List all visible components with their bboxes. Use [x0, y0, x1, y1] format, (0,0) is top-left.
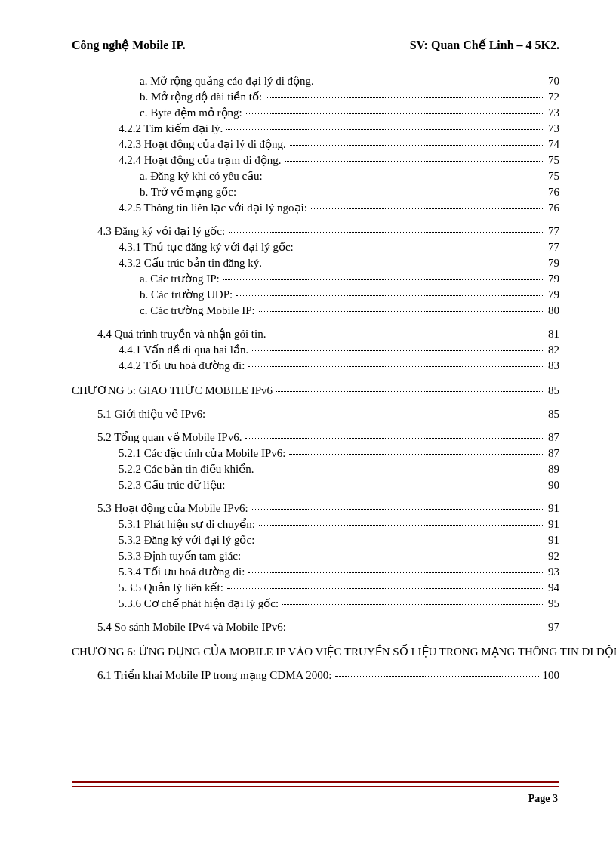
toc-leader-dots — [209, 415, 544, 415]
toc-leader-dots — [318, 82, 544, 82]
toc-entry: a. Các trường IP:79 — [140, 273, 559, 285]
toc-page-number: 72 — [547, 91, 559, 103]
toc-leader-dots — [276, 391, 544, 392]
toc-page-number: 74 — [547, 139, 559, 150]
toc-leader-dots — [229, 486, 544, 486]
toc-title: 4.3.1 Thủ tục đăng ký với đại lý gốc: — [119, 242, 295, 253]
toc-title: 4.4.1 Vấn đề đi qua hai lần. — [119, 344, 250, 356]
toc-entry: 5.3.2 Đăng ký với đại lý gốc:91 — [119, 535, 559, 546]
toc-leader-dots — [240, 193, 544, 193]
toc-title: 4.3.2 Cấu trúc bản tin đăng ký. — [119, 257, 263, 269]
header-left: Công nghệ Mobile IP. — [72, 38, 186, 52]
toc-page-number: 70 — [547, 76, 559, 87]
table-of-contents: a. Mở rộng quảng cáo đại lý di động.70b.… — [72, 76, 559, 681]
toc-page-number: 77 — [547, 242, 559, 253]
toc-entry: 6.1 Triển khai Mobile IP trong mạng CDMA… — [97, 670, 559, 681]
toc-leader-dots — [270, 335, 544, 335]
toc-entry: 5.3.3 Định tuyến tam giác:92 — [119, 550, 559, 562]
footer-rule — [72, 781, 559, 787]
toc-title: 5.4 So sánh Mobile IPv4 và Mobile IPv6: — [97, 621, 288, 633]
toc-leader-dots — [289, 454, 544, 455]
content-area: Công nghệ Mobile IP. SV: Quan Chế Linh –… — [72, 38, 559, 763]
toc-leader-dots — [226, 129, 544, 130]
toc-leader-dots — [290, 145, 544, 146]
toc-page-number: 75 — [547, 155, 559, 166]
toc-page-number: 83 — [547, 360, 559, 372]
toc-leader-dots — [229, 232, 544, 233]
toc-entry: a. Mở rộng quảng cáo đại lý di động.70 — [140, 76, 559, 87]
toc-page-number: 75 — [547, 171, 559, 182]
toc-page-number: 76 — [547, 202, 559, 214]
toc-title: b. Các trường UDP: — [140, 289, 234, 301]
toc-leader-dots — [246, 113, 544, 114]
toc-leader-dots — [290, 628, 544, 628]
toc-leader-dots — [266, 177, 544, 177]
toc-leader-dots — [248, 366, 544, 367]
toc-title: 4.2.2 Tìm kiếm đại lý. — [119, 123, 224, 134]
toc-title: 4.2.3 Hoạt động của đại lý di động. — [119, 139, 288, 150]
toc-title: c. Các trường Mobile IP: — [140, 305, 257, 316]
toc-title: 5.3.4 Tối ưu hoá đường đi: — [119, 566, 246, 578]
toc-leader-dots — [297, 248, 544, 248]
toc-entry: 5.2.2 Các bản tin điều khiển.89 — [119, 464, 559, 475]
toc-entry: 5.1 Giới thiệu về IPv6:85 — [97, 409, 559, 420]
toc-page-number: 87 — [547, 432, 559, 443]
toc-page-number: 79 — [547, 273, 559, 285]
toc-title: 5.1 Giới thiệu về IPv6: — [97, 409, 207, 420]
toc-leader-dots — [252, 350, 544, 351]
toc-title: a. Mở rộng quảng cáo đại lý di động. — [140, 76, 316, 87]
toc-title: 4.4.2 Tối ưu hoá đường đi: — [119, 360, 246, 372]
toc-entry: 4.4.1 Vấn đề đi qua hai lần.82 — [119, 344, 559, 356]
toc-entry: 5.3.1 Phát hiện sự di chuyển:91 — [119, 519, 559, 530]
toc-title: CHƯƠNG 5: GIAO THỨC MOBILE IPv6 — [72, 385, 274, 396]
toc-leader-dots — [258, 470, 545, 470]
toc-page-number: 89 — [547, 464, 559, 475]
toc-page-number: 77 — [547, 226, 559, 237]
toc-leader-dots — [282, 604, 544, 605]
toc-entry: 4.2.5 Thông tin liên lạc với đại lý ngoạ… — [119, 202, 559, 214]
toc-leader-dots — [245, 438, 544, 439]
toc-page-number: 91 — [547, 519, 559, 530]
toc-entry: 4.2.3 Hoạt động của đại lý di động.74 — [119, 139, 559, 150]
toc-page-number: 79 — [547, 257, 559, 269]
toc-title: a. Các trường IP: — [140, 273, 221, 285]
toc-page-number: 97 — [547, 621, 559, 633]
toc-entry: 5.2.3 Cấu trúc dữ liệu:90 — [119, 480, 559, 491]
toc-title: c. Byte đệm mở rộng: — [140, 107, 244, 119]
toc-leader-dots — [252, 509, 544, 510]
toc-page-number: 85 — [547, 409, 559, 420]
toc-page-number: 92 — [547, 550, 559, 562]
toc-entry: 4.3 Đăng ký với đại lý gốc:77 — [97, 226, 559, 237]
toc-title: 5.3.3 Định tuyến tam giác: — [119, 550, 242, 562]
toc-page-number: 95 — [547, 598, 559, 609]
toc-title: 6.1 Triển khai Mobile IP trong mạng CDMA… — [97, 670, 333, 681]
toc-entry: 5.3 Hoạt động của Mobile IPv6:91 — [97, 503, 559, 514]
toc-title: 4.4 Quá trình truyền và nhận gói tin. — [97, 328, 267, 340]
toc-leader-dots — [335, 676, 538, 677]
toc-entry: CHƯƠNG 5: GIAO THỨC MOBILE IPv685 — [72, 385, 559, 396]
toc-title: 5.2.1 Các đặc tính của Mobile IPv6: — [119, 448, 287, 459]
toc-entry: a. Đăng ký khi có yêu cầu:75 — [140, 171, 559, 182]
toc-page-number: 87 — [547, 448, 559, 459]
toc-page-number: 85 — [547, 385, 559, 396]
toc-entry: 4.2.4 Hoạt động của trạm di động.75 — [119, 155, 559, 166]
toc-entry: c. Các trường Mobile IP:80 — [140, 305, 559, 316]
toc-page-number: 82 — [547, 344, 559, 356]
toc-entry: 5.3.4 Tối ưu hoá đường đi:93 — [119, 566, 559, 578]
toc-entry: 4.2.2 Tìm kiếm đại lý.73 — [119, 123, 559, 134]
toc-title: 5.2.3 Cấu trúc dữ liệu: — [119, 480, 226, 491]
toc-title: a. Đăng ký khi có yêu cầu: — [140, 171, 264, 182]
toc-title: 4.2.5 Thông tin liên lạc với đại lý ngoạ… — [119, 202, 309, 214]
toc-title: 4.2.4 Hoạt động của trạm di động. — [119, 155, 283, 166]
toc-page-number: 73 — [547, 123, 559, 134]
toc-title: 5.3.6 Cơ chế phát hiện đại lý gốc: — [119, 598, 280, 609]
toc-page-number: 94 — [547, 582, 559, 594]
toc-entry: 5.3.5 Quản lý liên kết:94 — [119, 582, 559, 594]
toc-title: 4.3 Đăng ký với đại lý gốc: — [97, 226, 226, 237]
toc-entry: 5.2 Tổng quan về Mobile IPv6.87 — [97, 432, 559, 443]
toc-leader-dots — [248, 572, 544, 573]
toc-page-number: 76 — [547, 187, 559, 198]
toc-leader-dots — [223, 279, 544, 280]
toc-leader-dots — [259, 311, 544, 312]
toc-leader-dots — [259, 525, 544, 526]
